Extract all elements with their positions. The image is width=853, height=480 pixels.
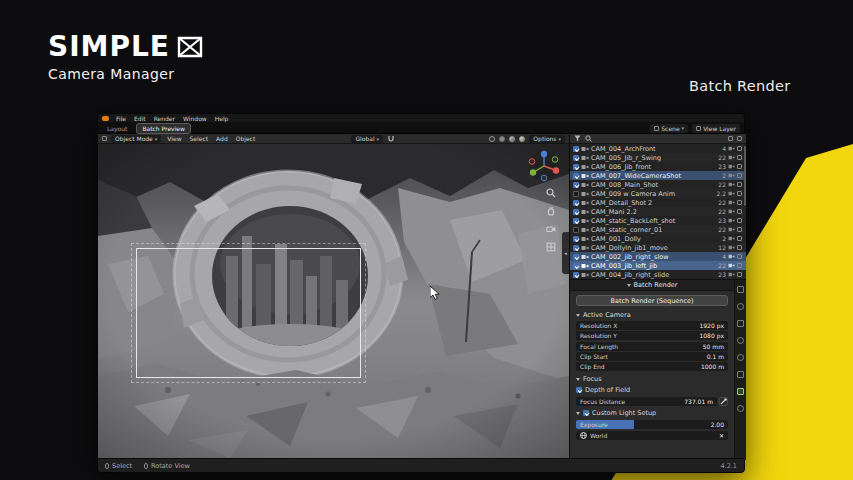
custom-light-checkbox[interactable] (583, 410, 589, 416)
outliner-row[interactable]: CAM_009 w Camera Anim 2.2 (570, 189, 746, 198)
render-toggle-icon[interactable] (737, 209, 742, 214)
render-toggle-icon[interactable] (737, 164, 742, 169)
menu-help[interactable]: Help (211, 114, 233, 123)
workspace-tab-layout[interactable]: Layout (102, 124, 132, 133)
menu-render[interactable]: Render (150, 114, 179, 123)
render-toggle-icon[interactable] (737, 227, 742, 232)
menu-file[interactable]: File (112, 114, 130, 123)
output-tab-icon[interactable] (737, 303, 744, 310)
render-toggle-icon[interactable] (737, 236, 742, 241)
focus-distance-field[interactable]: Focus Distance 737.01 m (576, 397, 717, 406)
outliner-row[interactable]: CAM_static_corner_01 22 (570, 225, 746, 234)
orientation-dropdown[interactable]: Global ▾ (351, 135, 383, 143)
enable-checkbox[interactable] (573, 200, 579, 206)
filter-icon[interactable] (574, 135, 581, 142)
enable-checkbox[interactable] (573, 254, 579, 260)
render-toggle-icon[interactable] (737, 245, 742, 250)
camera-data-icon[interactable] (728, 164, 735, 169)
render-toggle-icon[interactable] (737, 263, 742, 268)
render-toggle-icon[interactable] (737, 155, 742, 160)
outliner-row[interactable]: CAM_static_BackLeft_shot 23 (570, 216, 746, 225)
enable-checkbox[interactable] (573, 182, 579, 188)
camera-data-icon[interactable] (728, 155, 735, 160)
resolution-y-field[interactable]: Resolution Y 1080 px (576, 331, 728, 340)
outliner-row[interactable]: CAM_007_WideCameraShot 2 (570, 171, 746, 180)
active-camera-section[interactable]: Active Camera (570, 308, 734, 320)
editor-type-icon[interactable] (102, 136, 107, 141)
outliner-row[interactable]: CAM_002_jib_right_slow 4 (570, 252, 746, 261)
outliner-display-mode-icon[interactable] (728, 136, 733, 141)
batch-render-sequence-button[interactable]: Batch Render (Sequence) (576, 295, 728, 306)
outliner-scrollbar[interactable] (744, 146, 746, 206)
pan-hand-icon[interactable] (546, 206, 556, 216)
custom-light-row[interactable]: Custom Light Setup (570, 407, 734, 419)
enable-checkbox[interactable] (573, 191, 579, 197)
camera-data-icon[interactable] (728, 236, 735, 241)
camera-data-icon[interactable] (728, 218, 735, 223)
enable-checkbox[interactable] (573, 155, 579, 161)
navigation-gizmo[interactable] (527, 149, 561, 183)
depth-of-field-checkbox[interactable] (576, 387, 582, 393)
outliner-row[interactable]: CAM_003_jib_left_jib 22 (570, 261, 746, 270)
camera-data-icon[interactable] (728, 263, 735, 268)
camera-data-icon[interactable] (728, 182, 735, 187)
resolution-x-field[interactable]: Resolution X 1920 px (576, 321, 728, 330)
camera-data-icon[interactable] (728, 200, 735, 205)
enable-checkbox[interactable] (573, 173, 579, 179)
outliner-row[interactable]: CAM_Mani 2.2 22 (570, 207, 746, 216)
outliner-row[interactable]: CAM_001_Dolly 2 (570, 234, 746, 243)
eyedropper-button[interactable] (719, 397, 728, 406)
outliner-row[interactable]: CAM_006_Jib_front 23 (570, 162, 746, 171)
scene-selector[interactable]: Scene ▾ (650, 124, 688, 133)
render-toggle-icon[interactable] (737, 272, 742, 277)
viewport-menu-add[interactable]: Add (214, 135, 230, 142)
world-tab-icon[interactable] (737, 354, 744, 361)
viewport-menu-view[interactable]: View (165, 135, 183, 142)
render-toggle-icon[interactable] (737, 146, 742, 151)
viewport-menu-select[interactable]: Select (188, 135, 211, 142)
enable-checkbox[interactable] (573, 263, 579, 269)
focal-length-field[interactable]: Focal Length 50 mm (576, 342, 728, 351)
outliner-options-icon[interactable] (737, 136, 742, 141)
outliner-row[interactable]: CAM_005_Jib_r_Swing 22 (570, 153, 746, 162)
view-layer-tab-icon[interactable] (737, 320, 744, 327)
camera-frame[interactable] (136, 248, 361, 378)
depth-of-field-row[interactable]: Depth of Field (570, 384, 734, 396)
snap-magnet-icon[interactable] (387, 135, 395, 143)
outliner-row[interactable]: CAM_004_ArchFront 4 (570, 144, 746, 153)
viewport-menu-object[interactable]: Object (234, 135, 258, 142)
outliner-row[interactable]: CAM_004_jib_right_slide 23 (570, 270, 746, 279)
camera-data-tab-icon[interactable] (737, 388, 744, 395)
camera-data-icon[interactable] (728, 227, 735, 232)
shading-rendered-icon[interactable] (519, 136, 525, 142)
camera-data-icon[interactable] (728, 173, 735, 178)
clip-end-field[interactable]: Clip End 1000 m (576, 362, 728, 371)
zoom-icon[interactable] (546, 188, 556, 198)
enable-checkbox[interactable] (573, 209, 579, 215)
camera-data-icon[interactable] (728, 146, 735, 151)
world-field[interactable]: World ✕ (576, 431, 728, 440)
camera-data-icon[interactable] (728, 191, 735, 196)
render-toggle-icon[interactable] (737, 173, 742, 178)
viewport-3d[interactable]: ◂ (98, 144, 569, 460)
focus-section[interactable]: Focus (570, 372, 734, 384)
enable-checkbox[interactable] (573, 218, 579, 224)
blender-logo-icon[interactable] (102, 116, 109, 121)
shading-wireframe-icon[interactable] (489, 136, 495, 142)
search-icon[interactable] (585, 135, 592, 142)
camera-data-icon[interactable] (728, 272, 735, 277)
enable-checkbox[interactable] (573, 272, 579, 278)
render-toggle-icon[interactable] (737, 200, 742, 205)
exposure-slider[interactable]: Exposure 2.00 (576, 420, 728, 429)
render-tab-icon[interactable] (737, 286, 744, 293)
enable-checkbox[interactable] (573, 236, 579, 242)
camera-data-icon[interactable] (728, 254, 735, 259)
camera-view-icon[interactable] (546, 224, 556, 234)
grid-toggle-icon[interactable] (546, 242, 556, 252)
physics-tab-icon[interactable] (737, 405, 744, 412)
render-toggle-icon[interactable] (737, 218, 742, 223)
view-layer-selector[interactable]: View Layer (692, 124, 740, 133)
options-dropdown[interactable]: Options ▾ (529, 135, 565, 143)
mode-dropdown[interactable]: Object Mode ▾ (111, 135, 161, 143)
shading-material-icon[interactable] (509, 136, 515, 142)
